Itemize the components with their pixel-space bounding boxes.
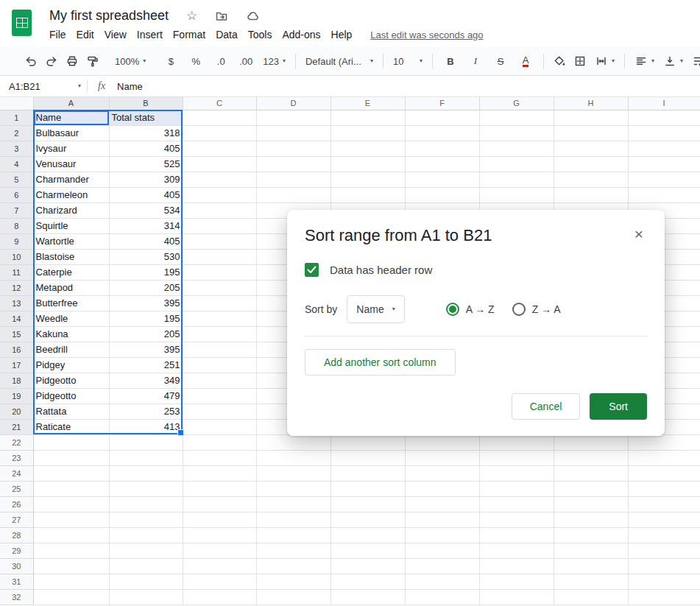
row-header-28[interactable]: 28 (0, 527, 33, 543)
cell-I24[interactable] (628, 465, 700, 481)
add-sort-column-button[interactable]: Add another sort column (305, 349, 456, 376)
cell-C23[interactable] (183, 450, 256, 465)
cell-A17[interactable]: Pidgey (33, 357, 109, 373)
cell-D4[interactable] (256, 156, 330, 172)
cell-A1[interactable]: Name (33, 110, 109, 125)
cell-I31[interactable] (628, 574, 700, 589)
cell-H3[interactable] (554, 141, 628, 156)
cell-H1[interactable] (554, 110, 628, 125)
cell-A28[interactable] (33, 527, 109, 543)
cell-B1[interactable]: Total stats (109, 110, 183, 125)
cell-E2[interactable] (330, 125, 405, 141)
cell-A23[interactable] (33, 450, 109, 465)
radio-a-to-z[interactable]: A → Z (446, 303, 495, 316)
cell-A8[interactable]: Squirtle (33, 218, 109, 233)
row-header-8[interactable]: 8 (0, 218, 33, 233)
cell-A5[interactable]: Charmander (33, 172, 109, 187)
cell-C31[interactable] (183, 574, 256, 589)
cell-G26[interactable] (479, 496, 554, 512)
cell-E30[interactable] (330, 558, 405, 574)
cell-G1[interactable] (479, 110, 554, 125)
cell-B18[interactable]: 349 (109, 373, 183, 388)
cell-E29[interactable] (330, 543, 405, 558)
cell-I28[interactable] (628, 527, 700, 543)
undo-icon[interactable] (21, 52, 40, 71)
fill-color-icon[interactable] (550, 52, 569, 71)
increase-decimal-button[interactable]: .00 (234, 52, 258, 71)
name-box[interactable]: A1:B21 ▾ (0, 81, 87, 92)
menu-file[interactable]: File (44, 27, 71, 42)
cell-F30[interactable] (405, 558, 479, 574)
row-header-32[interactable]: 32 (0, 589, 33, 605)
cell-F4[interactable] (405, 156, 479, 172)
cell-H29[interactable] (554, 543, 628, 558)
cell-I2[interactable] (628, 125, 700, 141)
cell-I32[interactable] (628, 589, 700, 605)
row-header-31[interactable]: 31 (0, 574, 33, 589)
cell-C24[interactable] (183, 465, 256, 481)
cell-E28[interactable] (330, 527, 405, 543)
cell-B19[interactable]: 479 (109, 388, 183, 404)
cell-B15[interactable]: 205 (109, 326, 183, 342)
cell-C6[interactable] (183, 187, 256, 202)
cell-C14[interactable] (183, 311, 256, 326)
cell-D2[interactable] (256, 125, 330, 141)
cell-B20[interactable]: 253 (109, 404, 183, 419)
select-all-corner[interactable] (0, 97, 33, 110)
cell-H32[interactable] (554, 589, 628, 605)
bold-button[interactable]: B (439, 52, 462, 71)
cell-F5[interactable] (405, 172, 479, 187)
cell-A19[interactable]: Pidgeotto (33, 388, 109, 404)
cell-I30[interactable] (628, 558, 700, 574)
cell-C19[interactable] (183, 388, 256, 404)
cell-A32[interactable] (33, 589, 109, 605)
cancel-button[interactable]: Cancel (512, 393, 581, 420)
cell-D1[interactable] (256, 110, 330, 125)
cell-C20[interactable] (183, 404, 256, 419)
cell-F27[interactable] (405, 512, 479, 527)
cell-H26[interactable] (554, 496, 628, 512)
cell-C15[interactable] (183, 326, 256, 342)
cell-B25[interactable] (109, 481, 183, 496)
cell-E22[interactable] (330, 434, 405, 450)
row-header-15[interactable]: 15 (0, 326, 33, 342)
text-color-button[interactable]: A (514, 52, 537, 71)
cell-C9[interactable] (183, 233, 256, 249)
cell-C22[interactable] (183, 434, 256, 450)
row-header-4[interactable]: 4 (0, 156, 33, 172)
radio-unselected-icon[interactable] (512, 303, 526, 316)
cell-F3[interactable] (405, 141, 479, 156)
cell-E4[interactable] (330, 156, 405, 172)
cell-A26[interactable] (33, 496, 109, 512)
italic-button[interactable]: I (464, 52, 487, 71)
cell-C10[interactable] (183, 249, 256, 264)
paint-format-icon[interactable] (83, 52, 102, 71)
menu-view[interactable]: View (99, 27, 132, 42)
cell-B13[interactable]: 395 (109, 295, 183, 311)
fill-handle[interactable] (177, 429, 184, 436)
row-header-14[interactable]: 14 (0, 311, 33, 326)
col-header-A[interactable]: A (33, 97, 109, 110)
row-header-22[interactable]: 22 (0, 434, 33, 450)
menu-addons[interactable]: Add-ons (277, 27, 325, 42)
cell-C30[interactable] (183, 558, 256, 574)
row-header-2[interactable]: 2 (0, 125, 33, 141)
sheets-logo-icon[interactable] (12, 10, 32, 36)
cell-F22[interactable] (405, 434, 479, 450)
cell-D25[interactable] (256, 481, 330, 496)
cell-I6[interactable] (628, 187, 700, 202)
strikethrough-button[interactable]: S (489, 52, 512, 71)
cell-E3[interactable] (330, 141, 405, 156)
cell-F23[interactable] (405, 450, 479, 465)
cell-B22[interactable] (109, 434, 183, 450)
cell-A27[interactable] (33, 512, 109, 527)
row-header-23[interactable]: 23 (0, 450, 33, 465)
cell-B21[interactable]: 413 (109, 419, 183, 434)
cell-C17[interactable] (183, 357, 256, 373)
cell-C11[interactable] (183, 264, 256, 280)
row-header-3[interactable]: 3 (0, 141, 33, 156)
cell-C16[interactable] (183, 342, 256, 357)
borders-icon[interactable] (570, 52, 590, 71)
cell-A12[interactable]: Metapod (33, 280, 109, 295)
cell-A30[interactable] (33, 558, 109, 574)
